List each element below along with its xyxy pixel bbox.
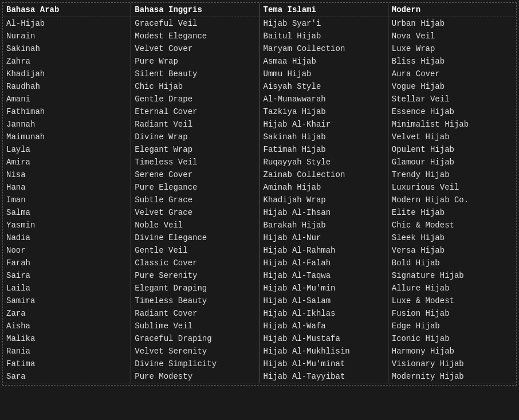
table-cell: Radiant Cover [131, 307, 260, 320]
table-cell: Noble Veil [131, 219, 260, 231]
main-table: Bahasa Arab Bahasa Inggris Tema Islami M… [2, 2, 517, 386]
table-row: SalmaVelvet GraceHijab Al-IhsanElite Hij… [3, 206, 516, 219]
table-row: AmaniGentle DrapeAl-MunawwarahStellar Ve… [3, 93, 516, 105]
table-cell: Elite Hijab [388, 206, 516, 219]
table-cell: Luxurious Veil [388, 181, 516, 194]
table-cell: Timeless Veil [131, 156, 260, 168]
table-row: NoorGentle VeilHijab Al-RahmahVersa Hija… [3, 244, 516, 257]
table-row: RaniaVelvet SerenityHijab Al-MukhlisinHa… [3, 345, 516, 358]
table-cell: Aminah Hijab [260, 181, 388, 194]
table-cell: Divine Simplicity [131, 358, 260, 370]
table-cell: Hijab Al-Mustafa [260, 332, 388, 345]
table-cell: Hijab Al-Wafa [260, 320, 388, 332]
table-cell: Jannah [3, 118, 131, 131]
table-cell: Velvet Serenity [131, 345, 260, 358]
table-body: Al-HijabGraceful VeilHijab Syar'iUrban H… [3, 17, 516, 383]
table-cell: Hijab Al-Ikhlas [260, 307, 388, 320]
table-cell: Zainab Collection [260, 168, 388, 181]
table-cell: Graceful Draping [131, 332, 260, 345]
table-bottom-border [3, 383, 516, 385]
table-cell: Fatimah Hijab [260, 143, 388, 156]
col-header-tema-islami: Tema Islami [260, 3, 388, 17]
table-cell: Barakah Hijab [260, 219, 388, 231]
table-row: HanaPure EleganceAminah HijabLuxurious V… [3, 181, 516, 194]
table-row: SamiraTimeless BeautyHijab Al-SalamLuxe … [3, 295, 516, 307]
table-row: SaraPure ModestyHijab Al-TayyibatModerni… [3, 370, 516, 383]
table-cell: Fusion Hijab [388, 307, 516, 320]
table-cell: Amira [3, 156, 131, 168]
table-cell: Hijab Al-Nur [260, 231, 388, 244]
table-cell: Pure Serenity [131, 269, 260, 282]
table-cell: Opulent Hijab [388, 143, 516, 156]
table-cell: Hijab Al-Mukhlisin [260, 345, 388, 358]
table-row: NurainModest EleganceBaitul HijabNova Ve… [3, 30, 516, 42]
table-cell: Elegant Draping [131, 282, 260, 295]
table-cell: Minimalist Hijab [388, 118, 516, 131]
table-cell: Sakinah [3, 42, 131, 55]
table-cell: Ruqayyah Style [260, 156, 388, 168]
table-cell: Aisha [3, 320, 131, 332]
table-row: MalikaGraceful DrapingHijab Al-MustafaIc… [3, 332, 516, 345]
table-header: Bahasa Arab Bahasa Inggris Tema Islami M… [3, 3, 516, 17]
table-row: ZaraRadiant CoverHijab Al-IkhlasFusion H… [3, 307, 516, 320]
table-row: LaylaElegant WrapFatimah HijabOpulent Hi… [3, 143, 516, 156]
table-cell: Divine Elegance [131, 231, 260, 244]
table-cell: Iconic Hijab [388, 332, 516, 345]
table-cell: Fatima [3, 358, 131, 370]
table-cell: Sleek Hijab [388, 231, 516, 244]
table-cell: Divine Wrap [131, 131, 260, 143]
table-row: FathimahEternal CoverTazkiya HijabEssenc… [3, 105, 516, 118]
table-cell: Sakinah Hijab [260, 131, 388, 143]
table-row: MaimunahDivine WrapSakinah HijabVelvet H… [3, 131, 516, 143]
table-cell: Vogue Hijab [388, 80, 516, 93]
table-cell: Amani [3, 93, 131, 105]
table-cell: Hijab Syar'i [260, 17, 388, 30]
table-cell: Radiant Veil [131, 118, 260, 131]
table-cell: Hijab Al-Tayyibat [260, 370, 388, 383]
table-cell: Zahra [3, 55, 131, 68]
table-row: SakinahVelvet CoverMaryam CollectionLuxe… [3, 42, 516, 55]
table-cell: Maryam Collection [260, 42, 388, 55]
table-cell: Modest Elegance [131, 30, 260, 42]
table-cell: Hijab Al-Mu'minat [260, 358, 388, 370]
table-cell: Nisa [3, 168, 131, 181]
table-cell: Hijab Al-Ihsan [260, 206, 388, 219]
table-cell: Ummu Hijab [260, 68, 388, 80]
table-cell: Nadia [3, 231, 131, 244]
table-cell: Nova Veil [388, 30, 516, 42]
table-cell: Classic Cover [131, 257, 260, 269]
table-cell: Hana [3, 181, 131, 194]
table-cell: Serene Cover [131, 168, 260, 181]
table-row: FarahClassic CoverHijab Al-FalahBold Hij… [3, 257, 516, 269]
table-cell: Hijab Al-Taqwa [260, 269, 388, 282]
table-cell: Rania [3, 345, 131, 358]
table-cell: Chic Hijab [131, 80, 260, 93]
table-cell: Subtle Grace [131, 194, 260, 206]
table-row: AishaSublime VeilHijab Al-WafaEdge Hijab [3, 320, 516, 332]
table-cell: Hijab Al-Salam [260, 295, 388, 307]
table-cell: Modernity Hijab [388, 370, 516, 383]
table-cell: Pure Modesty [131, 370, 260, 383]
table-row: SairaPure SerenityHijab Al-TaqwaSignatur… [3, 269, 516, 282]
table-cell: Velvet Hijab [388, 131, 516, 143]
table-row: NisaSerene CoverZainab CollectionTrendy … [3, 168, 516, 181]
table-cell: Essence Hijab [388, 105, 516, 118]
table-cell: Stellar Veil [388, 93, 516, 105]
table-cell: Aura Cover [388, 68, 516, 80]
table-row: JannahRadiant VeilHijab Al-KhairMinimali… [3, 118, 516, 131]
table-cell: Silent Beauty [131, 68, 260, 80]
table-cell: Hijab Al-Rahmah [260, 244, 388, 257]
table-row: ZahraPure WrapAsmaa HijabBliss Hijab [3, 55, 516, 68]
table-cell: Pure Elegance [131, 181, 260, 194]
table-cell: Eternal Cover [131, 105, 260, 118]
col-header-modern: Modern [388, 3, 516, 17]
table-cell: Edge Hijab [388, 320, 516, 332]
table-cell: Asmaa Hijab [260, 55, 388, 68]
table-cell: Allure Hijab [388, 282, 516, 295]
table-cell: Luxe Wrap [388, 42, 516, 55]
table-cell: Khadijah [3, 68, 131, 80]
table-cell: Iman [3, 194, 131, 206]
table-cell: Trendy Hijab [388, 168, 516, 181]
table-cell: Glamour Hijab [388, 156, 516, 168]
table-row: FatimaDivine SimplicityHijab Al-Mu'minat… [3, 358, 516, 370]
